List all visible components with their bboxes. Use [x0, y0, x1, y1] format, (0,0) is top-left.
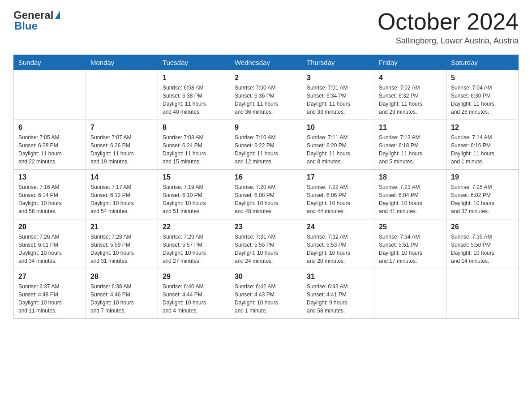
day-number: 15 — [163, 173, 225, 181]
day-number: 10 — [307, 124, 369, 132]
day-info: Sunrise: 7:22 AM Sunset: 6:06 PM Dayligh… — [307, 183, 369, 215]
calendar-cell: 31Sunrise: 6:43 AM Sunset: 4:41 PM Dayli… — [302, 269, 374, 319]
day-number: 26 — [451, 223, 514, 231]
day-info: Sunrise: 7:13 AM Sunset: 6:18 PM Dayligh… — [379, 133, 442, 166]
calendar-cell — [86, 70, 158, 120]
calendar-cell: 26Sunrise: 7:35 AM Sunset: 5:50 PM Dayli… — [446, 219, 519, 269]
day-number: 7 — [90, 124, 153, 132]
calendar-cell — [446, 269, 519, 319]
logo: General Blue — [13, 9, 60, 32]
day-number: 24 — [307, 223, 369, 231]
day-info: Sunrise: 7:01 AM Sunset: 6:34 PM Dayligh… — [307, 84, 369, 116]
calendar-week-row: 20Sunrise: 7:26 AM Sunset: 6:01 PM Dayli… — [14, 219, 519, 269]
calendar-week-row: 13Sunrise: 7:16 AM Sunset: 6:14 PM Dayli… — [14, 170, 519, 219]
calendar-cell: 3Sunrise: 7:01 AM Sunset: 6:34 PM Daylig… — [302, 70, 374, 120]
calendar-cell: 27Sunrise: 6:37 AM Sunset: 4:48 PM Dayli… — [14, 269, 86, 319]
day-number: 25 — [379, 223, 442, 231]
calendar-cell: 19Sunrise: 7:25 AM Sunset: 6:02 PM Dayli… — [446, 170, 519, 219]
day-info: Sunrise: 7:05 AM Sunset: 6:28 PM Dayligh… — [18, 133, 81, 166]
day-info: Sunrise: 7:19 AM Sunset: 6:10 PM Dayligh… — [163, 183, 225, 215]
day-number: 3 — [307, 74, 369, 82]
day-info: Sunrise: 7:02 AM Sunset: 6:32 PM Dayligh… — [379, 84, 442, 116]
day-number: 27 — [18, 273, 81, 281]
day-number: 22 — [163, 223, 225, 231]
day-info: Sunrise: 6:37 AM Sunset: 4:48 PM Dayligh… — [18, 283, 81, 315]
day-number: 1 — [163, 74, 225, 82]
day-info: Sunrise: 7:00 AM Sunset: 6:36 PM Dayligh… — [235, 84, 297, 116]
calendar-cell: 21Sunrise: 7:28 AM Sunset: 5:59 PM Dayli… — [86, 219, 158, 269]
day-info: Sunrise: 7:20 AM Sunset: 6:08 PM Dayligh… — [235, 183, 297, 215]
day-info: Sunrise: 6:58 AM Sunset: 6:38 PM Dayligh… — [163, 84, 225, 116]
day-number: 13 — [18, 173, 81, 181]
day-number: 14 — [90, 173, 153, 181]
location-subtitle: Sallingberg, Lower Austria, Austria — [378, 36, 519, 46]
day-info: Sunrise: 7:17 AM Sunset: 6:12 PM Dayligh… — [90, 183, 153, 215]
calendar-cell: 15Sunrise: 7:19 AM Sunset: 6:10 PM Dayli… — [158, 170, 230, 219]
calendar-cell: 29Sunrise: 6:40 AM Sunset: 4:44 PM Dayli… — [158, 269, 230, 319]
logo-triangle-icon — [55, 11, 60, 19]
weekday-header-wednesday: Wednesday — [230, 55, 302, 70]
calendar-cell: 10Sunrise: 7:11 AM Sunset: 6:20 PM Dayli… — [302, 120, 374, 170]
day-info: Sunrise: 6:43 AM Sunset: 4:41 PM Dayligh… — [307, 283, 369, 315]
day-info: Sunrise: 7:32 AM Sunset: 5:53 PM Dayligh… — [307, 233, 369, 265]
calendar-cell: 2Sunrise: 7:00 AM Sunset: 6:36 PM Daylig… — [230, 70, 302, 120]
weekday-header-thursday: Thursday — [302, 55, 374, 70]
weekday-header-friday: Friday — [374, 55, 446, 70]
day-number: 4 — [379, 74, 442, 82]
calendar-cell: 20Sunrise: 7:26 AM Sunset: 6:01 PM Dayli… — [14, 219, 86, 269]
calendar-cell: 12Sunrise: 7:14 AM Sunset: 6:16 PM Dayli… — [446, 120, 519, 170]
calendar-cell: 28Sunrise: 6:38 AM Sunset: 4:46 PM Dayli… — [86, 269, 158, 319]
day-info: Sunrise: 6:42 AM Sunset: 4:43 PM Dayligh… — [235, 283, 297, 315]
day-info: Sunrise: 7:04 AM Sunset: 6:30 PM Dayligh… — [451, 84, 514, 116]
calendar-cell: 11Sunrise: 7:13 AM Sunset: 6:18 PM Dayli… — [374, 120, 446, 170]
calendar-week-row: 27Sunrise: 6:37 AM Sunset: 4:48 PM Dayli… — [14, 269, 519, 319]
day-number: 6 — [18, 124, 81, 132]
day-number: 30 — [235, 273, 297, 281]
day-info: Sunrise: 6:38 AM Sunset: 4:46 PM Dayligh… — [90, 283, 153, 315]
day-info: Sunrise: 7:31 AM Sunset: 5:55 PM Dayligh… — [235, 233, 297, 265]
calendar-week-row: 6Sunrise: 7:05 AM Sunset: 6:28 PM Daylig… — [14, 120, 519, 170]
day-info: Sunrise: 7:28 AM Sunset: 5:59 PM Dayligh… — [90, 233, 153, 265]
title-area: October 2024 Sallingberg, Lower Austria,… — [378, 9, 519, 46]
day-number: 16 — [235, 173, 297, 181]
calendar-cell: 14Sunrise: 7:17 AM Sunset: 6:12 PM Dayli… — [86, 170, 158, 219]
day-number: 23 — [235, 223, 297, 231]
day-info: Sunrise: 7:29 AM Sunset: 5:57 PM Dayligh… — [163, 233, 225, 265]
calendar-cell: 23Sunrise: 7:31 AM Sunset: 5:55 PM Dayli… — [230, 219, 302, 269]
day-info: Sunrise: 7:08 AM Sunset: 6:24 PM Dayligh… — [163, 133, 225, 166]
day-number: 28 — [90, 273, 153, 281]
day-number: 2 — [235, 74, 297, 82]
calendar-cell: 8Sunrise: 7:08 AM Sunset: 6:24 PM Daylig… — [158, 120, 230, 170]
day-info: Sunrise: 7:25 AM Sunset: 6:02 PM Dayligh… — [451, 183, 514, 215]
day-number: 21 — [90, 223, 153, 231]
calendar-cell: 7Sunrise: 7:07 AM Sunset: 6:26 PM Daylig… — [86, 120, 158, 170]
calendar-cell: 16Sunrise: 7:20 AM Sunset: 6:08 PM Dayli… — [230, 170, 302, 219]
day-info: Sunrise: 7:14 AM Sunset: 6:16 PM Dayligh… — [451, 133, 514, 166]
calendar-cell: 30Sunrise: 6:42 AM Sunset: 4:43 PM Dayli… — [230, 269, 302, 319]
calendar-cell: 5Sunrise: 7:04 AM Sunset: 6:30 PM Daylig… — [446, 70, 519, 120]
day-number: 17 — [307, 173, 369, 181]
day-info: Sunrise: 7:26 AM Sunset: 6:01 PM Dayligh… — [18, 233, 81, 265]
weekday-header-monday: Monday — [86, 55, 158, 70]
weekday-header-tuesday: Tuesday — [158, 55, 230, 70]
page-header: General Blue October 2024 Sallingberg, L… — [13, 9, 519, 46]
calendar-cell: 24Sunrise: 7:32 AM Sunset: 5:53 PM Dayli… — [302, 219, 374, 269]
calendar-cell: 4Sunrise: 7:02 AM Sunset: 6:32 PM Daylig… — [374, 70, 446, 120]
day-number: 8 — [163, 124, 225, 132]
calendar-cell: 22Sunrise: 7:29 AM Sunset: 5:57 PM Dayli… — [158, 219, 230, 269]
day-info: Sunrise: 7:10 AM Sunset: 6:22 PM Dayligh… — [235, 133, 297, 166]
calendar-cell: 25Sunrise: 7:34 AM Sunset: 5:51 PM Dayli… — [374, 219, 446, 269]
calendar-cell: 18Sunrise: 7:23 AM Sunset: 6:04 PM Dayli… — [374, 170, 446, 219]
day-number: 12 — [451, 124, 514, 132]
day-info: Sunrise: 7:16 AM Sunset: 6:14 PM Dayligh… — [18, 183, 81, 215]
calendar-cell: 17Sunrise: 7:22 AM Sunset: 6:06 PM Dayli… — [302, 170, 374, 219]
calendar-cell: 1Sunrise: 6:58 AM Sunset: 6:38 PM Daylig… — [158, 70, 230, 120]
day-info: Sunrise: 7:34 AM Sunset: 5:51 PM Dayligh… — [379, 233, 442, 265]
calendar-cell: 9Sunrise: 7:10 AM Sunset: 6:22 PM Daylig… — [230, 120, 302, 170]
day-number: 11 — [379, 124, 442, 132]
day-number: 9 — [235, 124, 297, 132]
month-title: October 2024 — [378, 9, 519, 34]
day-info: Sunrise: 6:40 AM Sunset: 4:44 PM Dayligh… — [163, 283, 225, 315]
calendar-cell — [14, 70, 86, 120]
day-info: Sunrise: 7:11 AM Sunset: 6:20 PM Dayligh… — [307, 133, 369, 166]
